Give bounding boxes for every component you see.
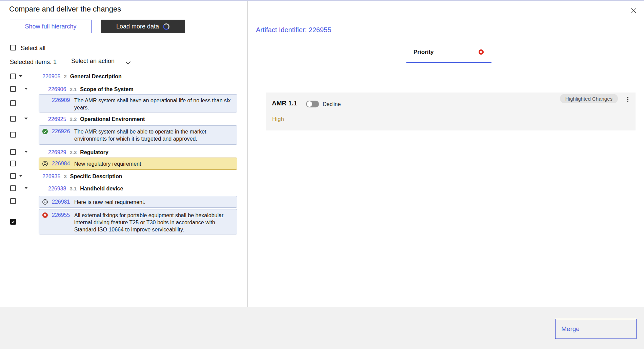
highlighted-changes-badge: Highlighted Changes xyxy=(560,94,618,103)
toggle-knob xyxy=(307,101,312,107)
section-title: Operational Environment xyxy=(80,116,145,122)
section-number: 2.2 xyxy=(69,116,77,122)
row-checkbox-checked[interactable] xyxy=(10,219,16,225)
artifact-id-link[interactable]: 226905 xyxy=(42,74,60,80)
section-title: Handheld device xyxy=(80,186,123,192)
expand-caret-icon[interactable] xyxy=(24,88,28,90)
section-title: Scope of the System xyxy=(80,86,133,93)
dialog-footer: Merge xyxy=(0,307,644,349)
section-number: 3.1 xyxy=(69,186,77,191)
requirement-card[interactable]: 226981 Here is now real requirement. xyxy=(39,196,237,208)
expand-caret-icon[interactable] xyxy=(24,151,28,153)
expand-caret-icon[interactable] xyxy=(24,187,28,189)
requirement-text: Here is now real requirement. xyxy=(74,199,232,206)
panel-divider xyxy=(247,1,248,307)
artifact-identifier: Artifact Identifier: 226955 xyxy=(256,26,331,34)
load-more-data-button[interactable]: Load more data xyxy=(101,20,185,33)
artifact-id-link[interactable]: 226955 xyxy=(52,212,70,218)
tree-section-row: 226925 2.2 Operational Environment xyxy=(48,116,145,122)
decline-toggle[interactable] xyxy=(306,101,319,107)
select-action-dropdown[interactable]: Select an action xyxy=(71,58,115,65)
rejected-status-icon xyxy=(42,212,48,218)
row-checkbox[interactable] xyxy=(10,132,16,138)
requirement-text: New regulatory requirement xyxy=(74,160,232,167)
expand-caret-icon[interactable] xyxy=(19,175,22,177)
artifact-name: AMR 1.1 xyxy=(272,100,297,107)
tab-priority[interactable]: Priority xyxy=(406,47,491,63)
select-all-checkbox[interactable] xyxy=(10,45,16,50)
section-title: General Description xyxy=(70,74,122,80)
artifact-id-link[interactable]: 226926 xyxy=(52,128,70,135)
artifact-id-link[interactable]: 226925 xyxy=(48,116,66,122)
tree-section-row: 226929 2.3 Regulatory xyxy=(48,149,108,156)
row-checkbox[interactable] xyxy=(10,198,16,204)
loading-spinner-icon xyxy=(163,23,169,30)
active-tab-underline xyxy=(406,62,491,63)
tree-section-row: 226906 2.1 Scope of the System xyxy=(48,86,134,93)
check-icon xyxy=(11,220,15,224)
artifact-id-link[interactable]: 226984 xyxy=(52,161,70,167)
view-status-icon xyxy=(42,161,48,167)
artifact-id-link[interactable]: 226935 xyxy=(42,173,60,180)
requirement-card[interactable]: 226984 New regulatory requirement xyxy=(39,158,237,170)
tree-section-row: 226935 3 Specific Description xyxy=(42,173,122,180)
requirement-text: The AMR system shall have an operational… xyxy=(74,97,232,111)
artifact-id-link[interactable]: 226929 xyxy=(48,149,66,156)
error-badge-icon xyxy=(478,49,484,55)
section-number: 2.1 xyxy=(69,86,77,92)
row-checkbox[interactable] xyxy=(10,86,16,92)
requirement-card-selected[interactable]: 226955 All external fixings for portable… xyxy=(39,209,237,234)
tree-section-row: 226905 2 General Description xyxy=(42,74,122,80)
selected-items-count: Selected items: 1 xyxy=(10,59,57,66)
row-checkbox[interactable] xyxy=(10,149,16,155)
row-checkbox[interactable] xyxy=(10,185,16,191)
top-accent-bar xyxy=(0,0,644,1)
row-checkbox[interactable] xyxy=(10,100,16,106)
section-number: 2 xyxy=(64,74,66,79)
priority-value: High xyxy=(272,116,284,123)
merge-button[interactable]: Merge xyxy=(555,319,637,339)
row-checkbox[interactable] xyxy=(10,116,16,122)
artifact-id-link[interactable]: 226909 xyxy=(52,97,70,103)
tab-label: Priority xyxy=(414,49,434,56)
section-number: 2.3 xyxy=(69,149,77,155)
expand-caret-icon[interactable] xyxy=(24,118,28,120)
page-title: Compare and deliver the changes xyxy=(9,5,121,14)
artifact-id-link[interactable]: 226906 xyxy=(48,86,66,93)
decline-toggle-label: Decline xyxy=(323,101,341,107)
section-number: 3 xyxy=(64,173,66,179)
row-checkbox[interactable] xyxy=(10,74,16,79)
close-icon[interactable] xyxy=(630,7,637,14)
expand-caret-icon[interactable] xyxy=(19,75,22,77)
requirement-text: All external fixings for portable equipm… xyxy=(74,212,232,233)
requirement-text: The AMR system shall be able to operate … xyxy=(74,128,232,142)
section-title: Specific Description xyxy=(70,173,122,180)
view-status-icon xyxy=(42,199,48,205)
select-all-label: Select all xyxy=(21,45,45,52)
load-more-data-label: Load more data xyxy=(116,23,159,30)
artifact-detail-card: AMR 1.1 Decline Highlighted Changes High xyxy=(266,93,636,130)
approved-status-icon xyxy=(42,128,48,135)
tree-section-row: 226938 3.1 Handheld device xyxy=(48,186,123,192)
requirement-card[interactable]: 226909 The AMR system shall have an oper… xyxy=(39,94,237,112)
compare-dialog: Compare and deliver the changes Show ful… xyxy=(0,0,644,349)
artifact-id-link[interactable]: 226938 xyxy=(48,186,66,192)
row-checkbox[interactable] xyxy=(10,173,16,179)
artifact-id-link[interactable]: 226981 xyxy=(52,199,70,205)
show-full-hierarchy-button[interactable]: Show full hierarchy xyxy=(10,20,92,33)
row-checkbox[interactable] xyxy=(10,161,16,166)
chevron-down-icon[interactable] xyxy=(125,60,131,66)
requirement-card[interactable]: 226926 The AMR system shall be able to o… xyxy=(39,125,237,145)
overflow-menu-icon[interactable] xyxy=(625,96,631,103)
section-title: Regulatory xyxy=(80,149,108,156)
